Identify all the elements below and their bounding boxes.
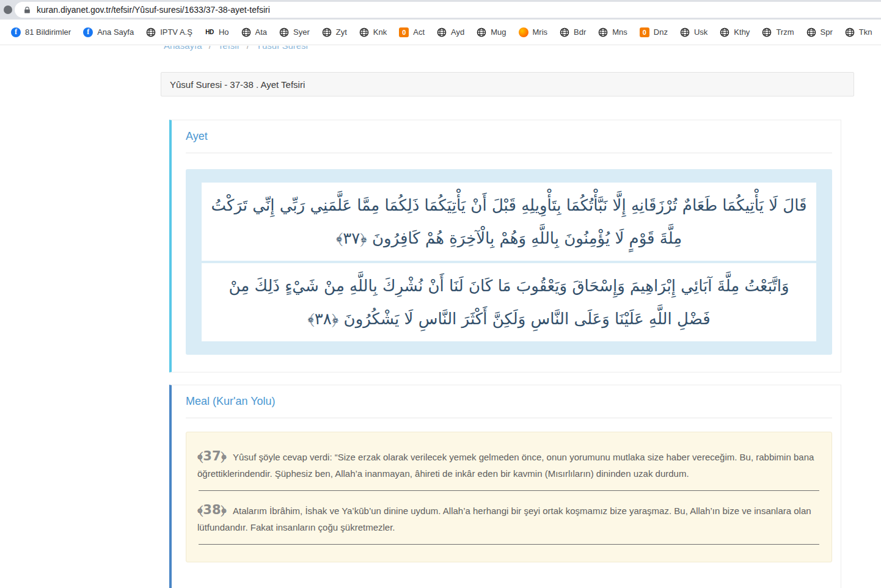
bookmark-label: Ata xyxy=(255,27,268,37)
bookmark-item[interactable]: Syer xyxy=(273,24,316,41)
verse-number-badge: ﴾37﴿ xyxy=(197,449,227,463)
bookmark-item[interactable]: 0Dnz xyxy=(634,24,674,41)
bookmark-label: Knk xyxy=(373,27,387,37)
meal-text-38: Atalarım İbrâhim, İshak ve Ya’kūb’un din… xyxy=(197,506,811,532)
ayet-section-title: Ayet xyxy=(183,129,832,143)
ayet-section: Ayet قَالَ لَا يَأْتِيكُمَا طَعَامٌ تُرْ… xyxy=(169,120,841,372)
bookmark-item[interactable]: f81 Bildirimler xyxy=(5,24,77,41)
bookmark-item[interactable]: Mns xyxy=(592,24,634,41)
globe-icon xyxy=(279,27,289,37)
bookmark-item[interactable]: Ayd xyxy=(431,24,470,41)
section-divider xyxy=(186,153,832,153)
bookmark-label: Ana Sayfa xyxy=(97,27,134,37)
breadcrumb-link-tefsir[interactable]: Tefsir xyxy=(218,46,240,51)
hd-icon: HD xyxy=(205,27,214,37)
bookmark-item[interactable]: Tkn xyxy=(839,24,879,41)
page-content: Anasayfa / Tefsir / Yûsuf Suresi Yûsuf S… xyxy=(0,46,881,588)
globe-icon xyxy=(560,27,569,37)
globe-icon xyxy=(241,27,251,37)
meal-divider xyxy=(199,544,819,545)
verse-38-box: وَاتَّبَعْتُ مِلَّةَ آبَائِي إِبْرَاهِيم… xyxy=(202,263,816,341)
bookmark-item[interactable]: 0Act xyxy=(393,24,431,41)
bookmark-label: Mns xyxy=(612,27,627,37)
meal-section: Meal (Kur'an Yolu) ﴾37﴿ Yûsuf şöyle ceva… xyxy=(169,385,841,588)
breadcrumb: Anasayfa / Tefsir / Yûsuf Suresi xyxy=(164,46,308,51)
bookmark-label: Syer xyxy=(293,27,310,37)
globe-icon xyxy=(806,27,816,37)
bookmark-item[interactable]: HDHo xyxy=(199,24,235,41)
bookmark-item[interactable]: Mug xyxy=(470,24,512,41)
colored-site-icon xyxy=(519,27,528,37)
bookmark-item[interactable]: Trzm xyxy=(756,24,800,41)
bookmark-label: Mris xyxy=(533,27,548,37)
lock-icon xyxy=(23,6,31,14)
globe-icon xyxy=(720,27,729,37)
url-text: kuran.diyanet.gov.tr/tefsir/Yûsuf-suresi… xyxy=(37,5,270,15)
orange-badge-icon: 0 xyxy=(399,27,409,37)
page-title: Yûsuf Suresi - 37-38 . Ayet Tefsiri xyxy=(170,79,305,90)
globe-icon xyxy=(322,27,332,37)
browser-circle-icon[interactable] xyxy=(4,5,12,14)
verse-37-arabic: قَالَ لَا يَأْتِيكُمَا طَعَامٌ تُرْزَقَا… xyxy=(210,189,808,255)
meal-paragraph-37: ﴾37﴿ Yûsuf şöyle cevap verdi: “Size erza… xyxy=(197,448,821,482)
bookmarks-bar: f81 BildirimlerfAna SayfaIPTV A.ŞHDHoAta… xyxy=(0,20,881,45)
bookmark-label: Kthy xyxy=(734,27,750,37)
section-divider xyxy=(186,418,832,418)
bookmark-label: Usk xyxy=(694,27,707,37)
globe-icon xyxy=(845,27,855,37)
bookmark-label: Zyt xyxy=(336,27,347,37)
bookmark-item[interactable]: Zyt xyxy=(316,24,353,41)
verse-38-arabic: وَاتَّبَعْتُ مِلَّةَ آبَائِي إِبْرَاهِيم… xyxy=(210,269,808,335)
bookmark-item[interactable]: Knk xyxy=(353,24,393,41)
bookmark-label: 81 Bildirimler xyxy=(25,27,71,37)
meal-paragraph-38: ﴾38﴿ Atalarım İbrâhim, İshak ve Ya’kūb’u… xyxy=(197,502,821,535)
globe-icon xyxy=(680,27,690,37)
bookmark-label: Trzm xyxy=(776,27,794,37)
bookmark-item[interactable]: Ata xyxy=(235,24,274,41)
globe-icon xyxy=(477,27,486,37)
breadcrumb-separator: / xyxy=(209,46,211,51)
globe-icon xyxy=(146,27,156,37)
meal-section-title: Meal (Kur'an Yolu) xyxy=(183,394,832,408)
globe-icon xyxy=(762,27,772,37)
verse-37-box: قَالَ لَا يَأْتِيكُمَا طَعَامٌ تُرْزَقَا… xyxy=(202,183,816,261)
meal-text-box: ﴾37﴿ Yûsuf şöyle cevap verdi: “Size erza… xyxy=(186,432,832,562)
breadcrumb-separator: / xyxy=(247,46,249,51)
bookmark-label: Spr xyxy=(821,27,833,37)
meal-divider xyxy=(199,490,819,491)
bookmark-item[interactable]: fAna Sayfa xyxy=(77,24,140,41)
breadcrumb-link-sure[interactable]: Yûsuf Suresi xyxy=(256,46,308,51)
meal-text-37: Yûsuf şöyle cevap verdi: “Size erzak ola… xyxy=(197,452,814,479)
browser-address-bar: kuran.diyanet.gov.tr/tefsir/Yûsuf-suresi… xyxy=(0,0,881,20)
bookmark-item[interactable]: Ekm xyxy=(878,24,881,41)
facebook-icon: f xyxy=(11,27,21,37)
bookmark-label: Tkn xyxy=(859,27,872,37)
bookmark-item[interactable]: Spr xyxy=(800,24,839,41)
orange-badge-icon: 0 xyxy=(640,27,649,37)
bookmark-label: IPTV A.Ş xyxy=(160,27,192,37)
url-field[interactable]: kuran.diyanet.gov.tr/tefsir/Yûsuf-suresi… xyxy=(15,2,881,18)
bookmark-item[interactable]: Kthy xyxy=(714,24,756,41)
globe-icon xyxy=(359,27,369,37)
bookmark-label: Bdr xyxy=(574,27,586,37)
bookmark-item[interactable]: IPTV A.Ş xyxy=(140,24,199,41)
bookmark-label: Ho xyxy=(219,27,229,37)
globe-icon xyxy=(437,27,447,37)
bookmark-label: Act xyxy=(413,27,425,37)
facebook-icon: f xyxy=(83,27,93,37)
ayet-verses-box: قَالَ لَا يَأْتِيكُمَا طَعَامٌ تُرْزَقَا… xyxy=(186,169,832,355)
browser-window: kuran.diyanet.gov.tr/tefsir/Yûsuf-suresi… xyxy=(0,0,881,588)
breadcrumb-link-anasayfa[interactable]: Anasayfa xyxy=(164,46,202,51)
globe-icon xyxy=(598,27,608,37)
verse-number-badge: ﴾38﴿ xyxy=(197,503,227,517)
bookmark-item[interactable]: Bdr xyxy=(554,24,592,41)
bookmark-label: Ayd xyxy=(451,27,464,37)
bookmark-item[interactable]: Mris xyxy=(513,24,554,41)
bookmark-item[interactable]: Usk xyxy=(674,24,714,41)
bookmark-label: Dnz xyxy=(654,27,668,37)
page-title-box: Yûsuf Suresi - 37-38 . Ayet Tefsiri xyxy=(161,72,854,96)
bookmark-label: Mug xyxy=(491,27,506,37)
